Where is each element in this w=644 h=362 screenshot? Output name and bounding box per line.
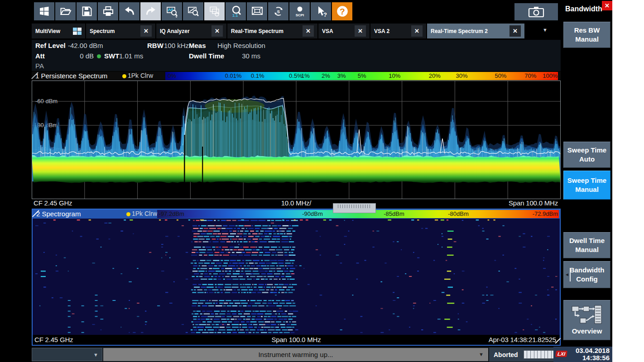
tab-vsa-2[interactable]: VSA 2 ✕ [370,24,426,38]
softkey-line: Auto [564,155,610,164]
softkey-sweep-time-auto[interactable]: Sweep Time Auto [563,142,610,168]
zoom-1to1-icon: 1:1 [230,5,242,18]
progress-bar [524,350,555,359]
spectrogram-window[interactable]: 2 Spectrogram 1Pk Clrw -97.2dBm-90dBm-85… [32,209,561,346]
softkey-line: Sweep Time [564,176,610,185]
tab-overflow-button[interactable]: ▼ [543,27,548,33]
trace-marker-dot [126,212,130,216]
softkey-sweep-time-manual[interactable]: Sweep Time Manual [563,171,610,200]
sync-arrows-icon: S [272,5,285,18]
tab-label: MultiView [35,28,60,34]
close-icon[interactable]: ✕ [303,25,314,37]
close-icon[interactable]: ✕ [411,25,423,37]
softkey-bandwidth-config[interactable]: ◄ Bandwidth Config [563,261,610,288]
swt-label: SWT [104,52,119,60]
close-icon[interactable]: ✕ [355,25,366,37]
color-scale-tick: 0% [168,72,176,79]
save-icon [81,5,93,18]
spectrogram-plot[interactable] [33,219,560,335]
close-icon[interactable]: ✕ [509,25,521,37]
splitter-grip [338,205,371,208]
zoom-trace-icon [166,5,178,18]
window-title: 1 Persistence Spectrum [35,72,107,80]
svg-text:?: ? [340,7,345,16]
undo-button[interactable] [119,2,139,20]
persistence-spectrum-plot[interactable]: -60 dBm-80 dBm-100 dBm [32,81,561,199]
color-scale-tick: 30% [456,72,468,79]
overview-flowchart-icon [571,305,603,325]
rbw-label: RBW [147,42,163,49]
pa-indicator: PA [35,62,44,70]
close-icon[interactable]: ✕ [602,1,612,10]
softkey-overview[interactable]: Overview [563,300,610,340]
softkey-line: Manual [564,245,610,254]
submenu-divider [570,268,571,281]
save-button[interactable] [77,2,97,20]
tab-label: VSA 2 [374,28,389,34]
display-frame-button[interactable] [247,2,267,20]
tab-multiview[interactable]: MultiView [32,24,85,38]
persistence-window-header[interactable]: 1 Persistence Spectrum 1Pk Clrw 0%0.01%0… [32,71,561,81]
swt-value[interactable]: 1.01 ms [119,52,143,60]
chevron-down-icon: ▼ [479,352,484,357]
meas-value[interactable]: High Resolution [217,42,260,49]
softkey-dwell-time-manual[interactable]: Dwell Time Manual [563,232,610,258]
status-message-bar[interactable]: Instrument warming up... ▼ [103,348,488,361]
window-splitter-handle[interactable] [333,203,376,213]
softkey-res-bw-manual[interactable]: Res BW Manual [563,22,610,48]
chevron-down-icon: ▼ [93,352,98,357]
open-file-button[interactable] [55,2,76,20]
softkey-line: Config [564,275,610,284]
context-help-button[interactable]: ? [311,2,331,20]
color-scale-tick: -85dBm [384,210,404,217]
tab-vsa[interactable]: VSA ✕ [318,24,370,38]
tab-iq-analyzer[interactable]: IQ Analyzer ✕ [156,24,226,38]
windows-menu-button[interactable] [34,2,54,20]
zoom-1to1-button[interactable]: 1:1 [226,2,246,20]
tab-label: VSA [322,28,333,34]
tab-label: Real-Time Spectrum 2 [431,28,488,34]
spectrogram-window-header[interactable]: 2 Spectrogram 1Pk Clrw -97.2dBm-90dBm-85… [33,210,560,219]
color-scale-tick: 10% [389,72,400,79]
color-scale-tick: 5% [358,72,366,79]
ref-level-value[interactable]: -42.00 dBm [68,42,103,49]
swt-status-led [97,54,101,58]
tab-spectrum[interactable]: Spectrum ✕ [86,24,155,38]
status-dropdown[interactable]: ▼ [32,348,102,361]
tab-real-time-spectrum[interactable]: Real-Time Spectrum ✕ [227,24,317,38]
per-division-readout: 10.0 MHz/ [281,199,312,207]
center-frequency-readout: CF 2.45 GHz [34,336,73,343]
trace-label: 1Pk Clrw [132,210,157,217]
print-icon [102,5,115,18]
redo-icon [144,5,157,18]
persistence-spectrum-window[interactable]: 1 Persistence Spectrum 1Pk Clrw 0%0.01%0… [32,71,561,207]
rbw-value[interactable]: 100 kHz [164,42,189,49]
window-title: 2 Spectrogram [36,210,81,218]
softkey-line: Bandwidth [564,266,610,275]
screenshot-button[interactable] [514,3,558,20]
multi-window-zoom-icon [208,5,221,18]
analyzer-app-window: 1:1 S SCPI ? ? MultiView Spectrum ✕ IQ A… [0,0,612,362]
tab-real-time-spectrum-2[interactable]: Real-Time Spectrum 2 ✕ [427,24,524,38]
trace-label: 1Pk Clrw [128,72,153,79]
close-icon[interactable]: ✕ [211,25,223,37]
tab-label: IQ Analyzer [160,28,190,34]
span-readout: Span 100.0 MHz [509,199,558,207]
tab-label: Real-Time Spectrum [231,28,284,34]
print-button[interactable] [98,2,118,20]
att-value[interactable]: 0 dB [68,52,94,60]
zoom-area-button[interactable] [183,2,203,20]
time-readout: 14:38:56 [582,354,610,362]
multiview-grid-icon [73,28,82,35]
submenu-arrow-icon: ◄ [565,272,569,277]
multi-window-zoom-button [204,2,225,20]
status-message: Instrument warming up... [258,351,333,358]
close-icon[interactable]: ✕ [140,25,152,37]
sync-button[interactable]: S [268,2,288,20]
zoom-trace-button[interactable] [162,2,182,20]
dwell-time-value[interactable]: 30 ms [226,52,260,60]
help-button[interactable]: ? [332,2,352,20]
measurement-state-panel: Aborted [489,348,557,362]
scpi-button[interactable]: SCPI [289,2,310,20]
svg-text:?: ? [323,11,327,18]
